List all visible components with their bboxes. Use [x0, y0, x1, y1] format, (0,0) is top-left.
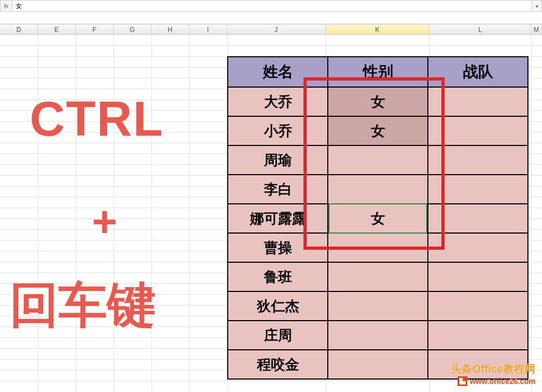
cell-name[interactable]: 曹操	[228, 233, 328, 262]
cell-team[interactable]	[428, 233, 528, 262]
overlay-enter-text: 回车键	[10, 273, 156, 338]
fx-icon: fx	[1, 1, 12, 11]
watermark-url: www.office26.com	[470, 377, 536, 386]
cell-name[interactable]: 程咬金	[228, 350, 328, 379]
column-header-G[interactable]: G	[114, 24, 151, 34]
cell-gender[interactable]	[328, 175, 428, 204]
cell-team[interactable]	[428, 204, 528, 233]
table-row: 周瑜	[228, 145, 528, 175]
header-name[interactable]: 姓名	[228, 57, 328, 87]
column-header-D[interactable]: D	[0, 24, 38, 34]
column-header-M[interactable]: M	[531, 24, 542, 34]
spreadsheet-grid[interactable]: 姓名 性别 战队 大乔女小乔女周瑜李白娜可露露女曹操鲁班狄仁杰庄周程咬金 CTR…	[0, 35, 542, 391]
column-header-L[interactable]: L	[429, 24, 531, 34]
column-header-I[interactable]: I	[189, 24, 227, 34]
cell-team[interactable]	[428, 321, 528, 350]
table-row: 狄仁杰	[228, 291, 528, 321]
formula-input[interactable]	[12, 1, 532, 11]
table-row: 鲁班	[228, 262, 528, 291]
table-row: 李白	[228, 175, 528, 204]
cell-name[interactable]: 鲁班	[228, 262, 328, 291]
cell-team[interactable]	[428, 291, 528, 321]
table-row: 小乔女	[228, 116, 528, 145]
cell-team[interactable]	[428, 87, 528, 116]
cell-gender[interactable]	[328, 262, 428, 291]
cell-gender[interactable]: 女	[328, 87, 428, 116]
cell-gender[interactable]	[328, 145, 428, 175]
overlay-plus-text: +	[92, 197, 117, 247]
data-table: 姓名 性别 战队 大乔女小乔女周瑜李白娜可露露女曹操鲁班狄仁杰庄周程咬金	[227, 56, 528, 380]
cell-gender[interactable]	[328, 350, 428, 379]
cell-gender[interactable]	[328, 291, 428, 321]
cell-gender[interactable]: 女	[328, 204, 428, 233]
watermark-line1: 头条Office教程网	[451, 362, 536, 376]
header-team[interactable]: 战队	[428, 57, 528, 87]
table-row: 大乔女	[228, 87, 528, 116]
cell-name[interactable]: 周瑜	[228, 145, 328, 175]
column-headers: DEFGHIJKLM	[0, 24, 542, 35]
ruler-spacer	[0, 12, 542, 24]
cell-team[interactable]	[428, 145, 528, 175]
table-row: 娜可露露女	[228, 204, 528, 233]
cell-name[interactable]: 娜可露露	[228, 204, 328, 233]
cell-gender[interactable]	[328, 321, 428, 350]
cell-gender[interactable]: 女	[328, 116, 428, 145]
formula-bar: fx ▾	[0, 0, 542, 12]
office-logo-icon	[458, 376, 467, 386]
cell-gender[interactable]	[328, 233, 428, 262]
header-gender[interactable]: 性别	[328, 57, 428, 87]
watermark: 头条Office教程网 www.office26.com	[451, 362, 536, 386]
overlay-ctrl-text: CTRL	[30, 91, 164, 147]
cell-name[interactable]: 大乔	[228, 87, 328, 116]
table-row: 曹操	[228, 233, 528, 262]
column-header-H[interactable]: H	[151, 24, 189, 34]
table-row: 庄周	[228, 321, 528, 350]
expand-formula-icon[interactable]: ▾	[532, 1, 541, 11]
cell-team[interactable]	[428, 116, 528, 145]
cell-team[interactable]	[428, 175, 528, 204]
header-row: 姓名 性别 战队	[228, 57, 528, 87]
cell-team[interactable]	[428, 262, 528, 291]
cell-name[interactable]: 庄周	[228, 321, 328, 350]
cell-name[interactable]: 狄仁杰	[228, 291, 328, 321]
column-header-E[interactable]: E	[38, 24, 76, 34]
column-header-F[interactable]: F	[76, 24, 114, 34]
watermark-line2: www.office26.com	[451, 376, 536, 386]
cell-name[interactable]: 小乔	[228, 116, 328, 145]
cell-name[interactable]: 李白	[228, 175, 328, 204]
column-header-J[interactable]: J	[227, 24, 326, 34]
column-header-K[interactable]: K	[326, 24, 429, 34]
